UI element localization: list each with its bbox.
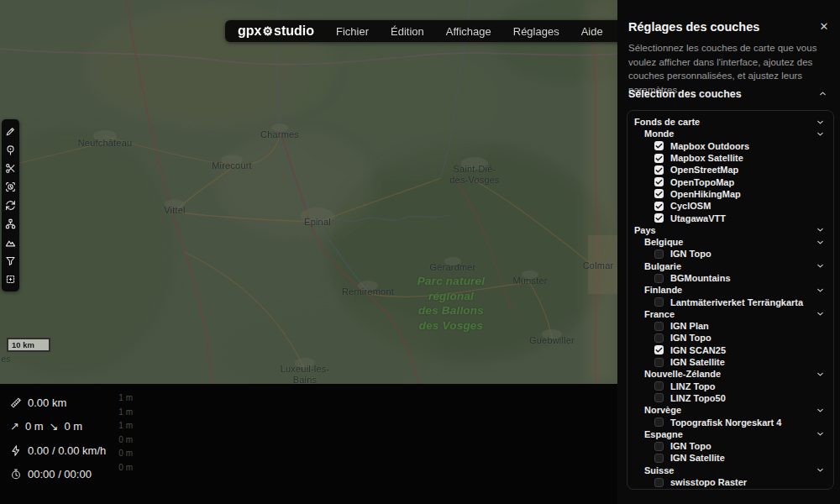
chevron-down-icon[interactable] (816, 225, 825, 234)
layer-item-ign-satellite[interactable]: IGN Satellite (634, 356, 827, 368)
filter-icon[interactable] (5, 255, 16, 266)
layer-label: IGN Satellite (670, 357, 725, 367)
layer-item-ign-topo[interactable]: IGN Topo (634, 332, 827, 344)
gear-icon: ⚙ (262, 24, 273, 38)
statusbar-speed: 0.00 / 0.00 km/h (10, 444, 106, 457)
checkbox-ign-scan25[interactable] (654, 345, 664, 354)
layers-panel: Réglages des couches ✕ Sélectionnez les … (617, 0, 840, 504)
checkbox-mapbox-outdoors[interactable] (654, 141, 664, 150)
chevron-down-icon[interactable] (816, 118, 825, 127)
checkbox-opentopomap[interactable] (654, 177, 664, 186)
layer-group-norvege[interactable]: Norvège (634, 404, 827, 416)
elevation-axis-label: 0 m (99, 463, 133, 472)
layer-item-ign-satellite[interactable]: IGN Satellite (634, 452, 827, 464)
checkbox-ign-satellite[interactable] (654, 358, 664, 367)
chevron-down-icon[interactable] (816, 261, 825, 270)
menu-item-affichage[interactable]: Affichage (446, 25, 491, 38)
layer-item-cyclosm[interactable]: CyclOSM (634, 200, 827, 212)
chevron-down-icon[interactable] (816, 129, 825, 139)
chevron-down-icon[interactable] (816, 429, 825, 438)
layer-item-mapbox-outdoors[interactable]: Mapbox Outdoors (634, 140, 827, 152)
layer-item-ign-topo[interactable]: IGN Topo (634, 440, 827, 452)
layer-item-mapbox-satellite[interactable]: Mapbox Satellite (634, 152, 827, 164)
layer-label: Finlande (644, 285, 682, 295)
layer-item-openstreetmap[interactable]: OpenStreetMap (634, 164, 827, 176)
time-icon[interactable] (5, 181, 16, 192)
stopwatch-icon (10, 468, 22, 480)
layer-group-suisse[interactable]: Suisse (634, 465, 827, 476)
crop-icon[interactable] (5, 274, 16, 285)
merge-icon[interactable] (5, 200, 16, 211)
menu-item-reglages[interactable]: Réglages (513, 25, 559, 38)
checkbox-ign-topo[interactable] (654, 442, 664, 451)
layer-label: Monde (644, 129, 674, 139)
menu-item-aide[interactable]: Aide (581, 25, 603, 38)
layer-item-linz-topo[interactable]: LINZ Topo (634, 381, 827, 392)
chevron-down-icon[interactable] (816, 406, 825, 415)
checkbox-bgmountains[interactable] (654, 274, 664, 283)
layer-item-lantmateriverket-terrangkarta[interactable]: Lantmäteriverket Terrängkarta (634, 296, 827, 307)
layer-label: IGN Plan (670, 321, 709, 331)
chevron-down-icon[interactable] (816, 286, 825, 295)
layer-item-utagawavtt[interactable]: UtagawaVTT (634, 212, 827, 223)
waypoint-icon[interactable] (5, 144, 16, 155)
layer-label: Espagne (644, 429, 683, 439)
checkbox-ign-topo[interactable] (654, 333, 664, 343)
layer-item-topografisk-norgeskart-4[interactable]: Topografisk Norgeskart 4 (634, 416, 827, 428)
layer-group-belgique[interactable]: Belgique (634, 236, 827, 248)
layer-label: Mapbox Outdoors (670, 141, 749, 151)
layer-group-bulgarie[interactable]: Bulgarie (634, 260, 827, 272)
checkbox-swisstopo-raster[interactable] (654, 478, 664, 487)
layer-group-pays[interactable]: Pays (634, 224, 827, 236)
checkbox-ign-satellite[interactable] (654, 454, 664, 463)
map-scale-bar: 10 km (7, 338, 50, 352)
layer-label: OpenStreetMap (670, 165, 738, 175)
layer-item-ign-scan25[interactable]: IGN SCAN25 (634, 344, 827, 356)
map-tiles (0, 0, 617, 384)
layer-group-fonds-de-carte[interactable]: Fonds de carte (634, 116, 827, 128)
layer-item-bgmountains[interactable]: BGMountains (634, 272, 827, 284)
layer-group-monde[interactable]: Monde (634, 128, 827, 139)
layer-item-ign-topo[interactable]: IGN Topo (634, 248, 827, 260)
map-canvas[interactable]: NeufchâteauCharmesMirecourtVittelÉpinalS… (0, 0, 617, 384)
layer-label: Nouvelle-Zélande (644, 369, 721, 379)
layer-item-linz-topo50[interactable]: LINZ Topo50 (634, 392, 827, 404)
checkbox-topografisk-norgeskart-4[interactable] (654, 417, 664, 427)
chevron-down-icon[interactable] (816, 370, 825, 379)
menu-item-edition[interactable]: Édition (391, 25, 424, 38)
chevron-down-icon[interactable] (816, 238, 825, 247)
checkbox-openstreetmap[interactable] (654, 165, 664, 175)
layer-group-espagne[interactable]: Espagne (634, 428, 827, 440)
layer-item-swisstopo-satellite[interactable]: swisstopo Satellite (634, 488, 827, 490)
chevron-down-icon[interactable] (816, 309, 825, 318)
section-layer-selection[interactable]: Sélection des couches (628, 88, 828, 100)
checkbox-utagawavtt[interactable] (654, 213, 664, 223)
chevron-up-icon[interactable] (818, 89, 827, 98)
layer-item-opentopomap[interactable]: OpenTopoMap (634, 176, 827, 187)
checkbox-cyclosm[interactable] (654, 202, 664, 211)
scissors-icon[interactable] (5, 163, 16, 174)
chevron-down-icon[interactable] (816, 465, 825, 475)
layer-group-nouvelle-zelande[interactable]: Nouvelle-Zélande (634, 368, 827, 380)
layer-group-finlande[interactable]: Finlande (634, 284, 827, 296)
layer-tree: Fonds de carteMondeMapbox OutdoorsMapbox… (627, 110, 834, 490)
layer-group-france[interactable]: France (634, 308, 827, 320)
checkbox-ign-topo[interactable] (654, 249, 664, 259)
layer-item-ign-plan[interactable]: IGN Plan (634, 320, 827, 332)
checkbox-mapbox-satellite[interactable] (654, 154, 664, 163)
gpx-studio-logo[interactable]: gpx⚙studio (238, 24, 314, 39)
checkbox-lantmateriverket-terrangkarta[interactable] (654, 297, 664, 307)
extract-files-icon[interactable] (5, 218, 16, 229)
draw-route-icon[interactable] (5, 126, 16, 137)
checkbox-linz-topo[interactable] (654, 381, 664, 391)
elevation-icon[interactable] (5, 237, 16, 248)
checkbox-linz-topo50[interactable] (654, 393, 664, 402)
descent-value: 0 m (64, 420, 82, 433)
checkbox-openhikingmap[interactable] (654, 189, 664, 198)
layer-item-swisstopo-raster[interactable]: swisstopo Raster (634, 476, 827, 488)
layer-label: Bulgarie (644, 261, 681, 271)
menu-item-fichier[interactable]: Fichier (336, 25, 369, 38)
checkbox-ign-plan[interactable] (654, 322, 664, 331)
layer-item-openhikingmap[interactable]: OpenHikingMap (634, 188, 827, 200)
close-icon[interactable]: ✕ (817, 20, 831, 34)
